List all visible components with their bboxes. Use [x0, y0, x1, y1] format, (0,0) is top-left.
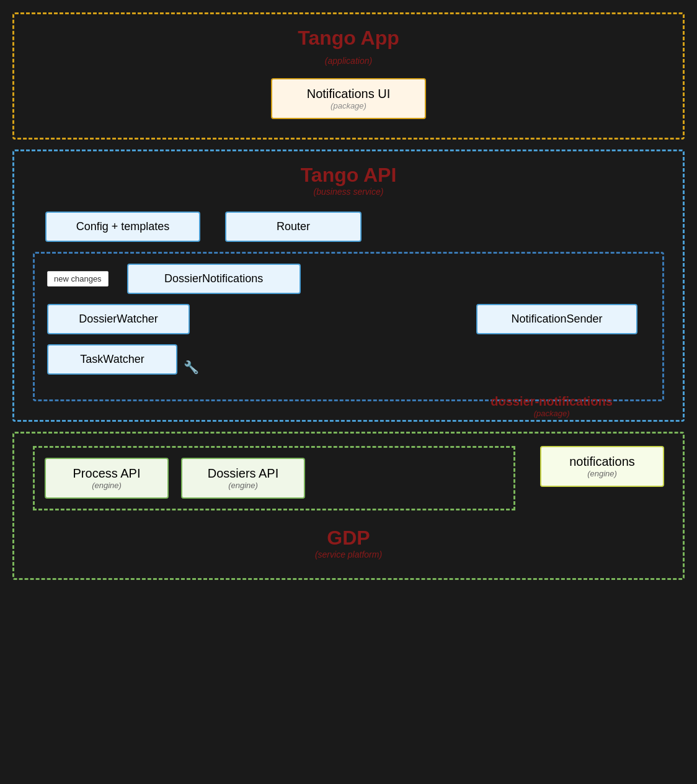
- dossier-watcher-box: DossierWatcher: [47, 304, 190, 334]
- tango-api-container: Tango API (business service) Config + te…: [12, 149, 685, 422]
- dossier-notifications-label: DossierNotifications: [164, 272, 263, 285]
- config-templates-label: Config + templates: [76, 220, 170, 233]
- dossiers-api-label: Dossiers API: [208, 466, 278, 481]
- gdp-header: GDP (service platform): [33, 527, 664, 559]
- dn-middle-row: DossierWatcher NotificationSender: [47, 304, 650, 334]
- router-label: Router: [277, 220, 310, 233]
- process-api-box: Process API (engine): [45, 458, 169, 499]
- dossier-notifications-box: DossierNotifications: [127, 264, 301, 294]
- tango-api-header: Tango API (business service): [33, 164, 664, 197]
- gdp-row: Process API (engine) Dossiers API (engin…: [33, 446, 664, 510]
- gdp-container: Process API (engine) Dossiers API (engin…: [12, 432, 685, 580]
- wrench-icon: 🔧: [184, 360, 199, 375]
- notifications-ui-box: Notifications UI (package): [271, 78, 426, 119]
- task-watcher-box: TaskWatcher: [47, 344, 177, 375]
- dossiers-api-box: Dossiers API (engine): [181, 458, 305, 499]
- dn-package-label: dossier-notifications (package): [491, 394, 613, 418]
- notifications-engine-label: notifications: [569, 455, 635, 469]
- tango-app-title: Tango App: [298, 27, 399, 50]
- process-api-label: Process API: [73, 466, 141, 481]
- notifications-ui-label: Notifications UI: [307, 87, 391, 101]
- dn-inner: new changes DossierNotifications Dossier…: [47, 264, 650, 375]
- notification-sender-label: NotificationSender: [511, 313, 602, 326]
- dn-bottom-row: TaskWatcher 🔧: [47, 344, 650, 375]
- router-box: Router: [225, 212, 362, 242]
- dn-package-sub: (package): [491, 409, 613, 418]
- gdp-subtitle: (service platform): [315, 550, 382, 559]
- tango-app-container: Tango App (application) Notifications UI…: [12, 12, 685, 140]
- dossier-watcher-label: DossierWatcher: [79, 313, 158, 326]
- new-changes-badge: new changes: [47, 271, 109, 287]
- dn-package-title: dossier-notifications: [491, 394, 613, 409]
- tango-api-title: Tango API: [301, 164, 397, 187]
- process-api-sub: (engine): [92, 481, 122, 490]
- gdp-left-group: Process API (engine) Dossiers API (engin…: [33, 446, 515, 510]
- tango-app-subtitle: (application): [325, 56, 372, 66]
- notification-sender-box: NotificationSender: [476, 304, 637, 334]
- gdp-title: GDP: [327, 527, 370, 550]
- notifications-ui-sub: (package): [331, 101, 366, 110]
- tango-api-subtitle: (business service): [314, 187, 384, 197]
- notifications-engine-sub: (engine): [587, 469, 617, 478]
- notifications-engine-box: notifications (engine): [540, 446, 664, 487]
- dn-top-row: new changes DossierNotifications: [47, 264, 650, 294]
- dossiers-api-sub: (engine): [228, 481, 258, 490]
- task-watcher-label: TaskWatcher: [80, 353, 144, 366]
- top-components-row: Config + templates Router: [45, 212, 664, 242]
- config-templates-box: Config + templates: [45, 212, 200, 242]
- dossier-notifications-container: new changes DossierNotifications Dossier…: [33, 252, 664, 401]
